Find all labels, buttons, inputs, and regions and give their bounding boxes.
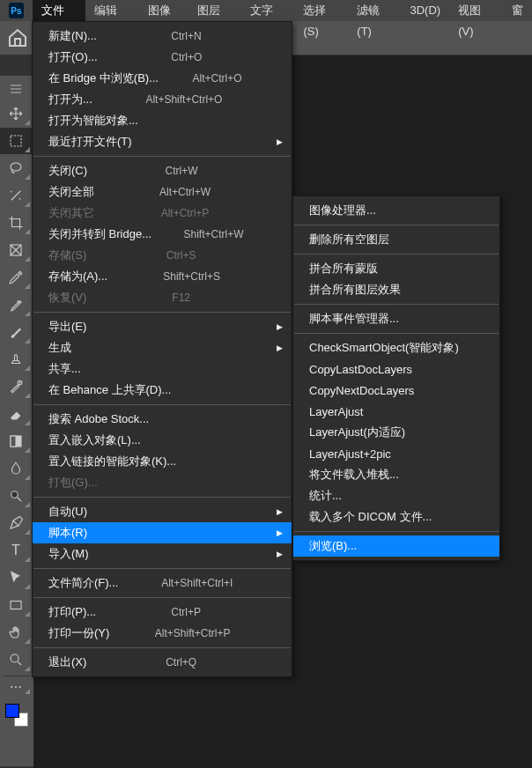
- menu-filter[interactable]: 滤镜(T): [348, 0, 401, 21]
- menu-layer[interactable]: 图层(L): [188, 0, 240, 21]
- file-menu-item[interactable]: 搜索 Adobe Stock...: [33, 409, 292, 430]
- scripts-menu-item[interactable]: 载入多个 DICOM 文件...: [293, 506, 499, 528]
- file-menu-item[interactable]: 打开为智能对象...: [33, 110, 292, 131]
- file-menu-item[interactable]: 打开(O)...Ctrl+O: [33, 47, 292, 68]
- file-menu-item[interactable]: 新建(N)...Ctrl+N: [33, 26, 292, 47]
- edit-toolbar[interactable]: ⋯: [0, 678, 32, 696]
- file-menu-separator: [33, 647, 291, 648]
- file-menu-item[interactable]: 文件简介(F)...Alt+Shift+Ctrl+I: [33, 572, 292, 594]
- file-menu-item[interactable]: 最近打开文件(T): [33, 131, 292, 152]
- menu-select[interactable]: 选择(S): [294, 0, 348, 21]
- file-menu-item[interactable]: 导出(E): [33, 316, 292, 337]
- file-menu-item[interactable]: 打印一份(Y)Alt+Shift+Ctrl+P: [33, 623, 292, 644]
- menuitem-label: 导入(M): [48, 546, 89, 562]
- menubar: Ps 文件(F) 编辑(E) 图像(I) 图层(L) 文字(Y) 选择(S) 滤…: [0, 0, 532, 21]
- rectangle-tool[interactable]: [0, 592, 32, 618]
- menuitem-shortcut: Alt+Shift+Ctrl+I: [161, 577, 233, 589]
- home-icon[interactable]: [7, 27, 28, 48]
- scripts-menu-item[interactable]: 统计...: [293, 485, 499, 506]
- scripts-menu-item[interactable]: 浏览(B)...: [293, 535, 499, 557]
- color-swatches[interactable]: [5, 704, 28, 727]
- menuitem-label: 退出(X): [48, 654, 86, 670]
- file-menu-item[interactable]: 关闭并转到 Bridge...Shift+Ctrl+W: [33, 224, 292, 245]
- file-menu-item[interactable]: 在 Behance 上共享(D)...: [33, 380, 292, 401]
- menuitem-shortcut: Ctrl+Q: [166, 656, 196, 668]
- menuitem-label: 存储为(A)...: [48, 269, 107, 284]
- svg-rect-7: [11, 602, 21, 609]
- scripts-menu-item[interactable]: 拼合所有图层效果: [293, 279, 499, 300]
- file-menu-item: 关闭其它Alt+Ctrl+P: [33, 203, 292, 224]
- menuitem-label: 打开(O)...: [48, 49, 98, 65]
- menu-image[interactable]: 图像(I): [139, 0, 188, 21]
- lasso-tool[interactable]: [0, 155, 32, 181]
- menuitem-label: LayerAjust+2pic: [309, 447, 391, 461]
- scripts-menu-item[interactable]: 图像处理器...: [293, 200, 499, 221]
- file-menu-item[interactable]: 打开为...Alt+Shift+Ctrl+O: [33, 89, 292, 110]
- file-menu-item[interactable]: 退出(X)Ctrl+Q: [33, 652, 292, 673]
- file-menu-item[interactable]: 导入(M): [33, 543, 292, 565]
- marquee-tool[interactable]: [0, 128, 32, 154]
- menuitem-label: 打印一份(Y): [48, 625, 109, 641]
- scripts-menu-item[interactable]: LayerAjust+2pic: [293, 443, 499, 464]
- scripts-menu-item[interactable]: CheckSmartObject(智能对象): [293, 337, 499, 358]
- gradient-tool[interactable]: [0, 428, 32, 454]
- menu-view[interactable]: 视图(V): [449, 0, 503, 21]
- dodge-tool[interactable]: [0, 483, 32, 509]
- scripts-menu-item[interactable]: LayerAjust(内适应): [293, 422, 499, 443]
- file-menu-item[interactable]: 关闭(C)Ctrl+W: [33, 160, 292, 181]
- scripts-menu-item[interactable]: 拼合所有蒙版: [293, 258, 499, 279]
- pen-tool[interactable]: [0, 510, 32, 536]
- frame-tool[interactable]: [0, 237, 32, 263]
- scripts-menu-item[interactable]: 脚本事件管理器...: [293, 308, 499, 329]
- healing-brush-tool[interactable]: [0, 292, 32, 318]
- zoom-tool[interactable]: [0, 646, 32, 673]
- hand-tool[interactable]: [0, 619, 32, 646]
- menuitem-label: 打印(P)...: [48, 604, 96, 620]
- menuitem-label: 搜索 Adobe Stock...: [48, 411, 149, 427]
- foreground-color-swatch[interactable]: [5, 704, 19, 718]
- scripts-menu-separator: [294, 333, 499, 334]
- file-menu-item[interactable]: 存储为(A)...Shift+Ctrl+S: [33, 266, 292, 287]
- eraser-tool[interactable]: [0, 401, 32, 427]
- magic-wand-tool[interactable]: [0, 182, 32, 209]
- file-menu-item[interactable]: 生成: [33, 337, 292, 358]
- scripts-menu-item[interactable]: CopyLastDocLayers: [293, 358, 499, 380]
- path-selection-tool[interactable]: [0, 565, 32, 591]
- scripts-menu-item[interactable]: 删除所有空图层: [293, 229, 499, 250]
- panel-tab-icon[interactable]: [4, 81, 27, 97]
- eyedropper-tool[interactable]: [0, 264, 32, 291]
- move-tool[interactable]: [0, 100, 32, 127]
- scripts-menu-item[interactable]: CopyNextDocLayers: [293, 380, 499, 401]
- menuitem-label: 新建(N)...: [48, 28, 97, 44]
- scripts-menu-item[interactable]: LayerAjust: [293, 401, 499, 422]
- file-menu-item[interactable]: 自动(U): [33, 501, 292, 522]
- file-menu-item[interactable]: 共享...: [33, 358, 292, 380]
- file-menu-item[interactable]: 置入链接的智能对象(K)...: [33, 451, 292, 472]
- file-menu-item[interactable]: 置入嵌入对象(L)...: [33, 430, 292, 451]
- menuitem-shortcut: Shift+Ctrl+W: [184, 228, 244, 240]
- file-menu-item[interactable]: 关闭全部Alt+Ctrl+W: [33, 181, 292, 203]
- brush-tool[interactable]: [0, 319, 32, 345]
- menu-edit[interactable]: 编辑(E): [85, 0, 139, 21]
- clone-stamp-tool[interactable]: [0, 346, 32, 373]
- blur-tool[interactable]: [0, 455, 32, 482]
- crop-tool[interactable]: [0, 210, 32, 236]
- file-menu-separator: [33, 568, 291, 569]
- menuitem-label: 关闭并转到 Bridge...: [48, 226, 151, 242]
- menu-text[interactable]: 文字(Y): [241, 0, 295, 21]
- menuitem-label: 脚本事件管理器...: [309, 311, 399, 327]
- menu-file[interactable]: 文件(F): [33, 0, 85, 21]
- history-brush-tool[interactable]: [0, 373, 32, 400]
- menuitem-label: 文件简介(F)...: [48, 575, 118, 591]
- file-menu-item[interactable]: 在 Bridge 中浏览(B)...Alt+Ctrl+O: [33, 68, 292, 89]
- scripts-menu-item[interactable]: 将文件载入堆栈...: [293, 464, 499, 485]
- menuitem-label: 拼合所有蒙版: [309, 261, 378, 277]
- menuitem-label: CopyLastDocLayers: [309, 363, 412, 376]
- menu-3d[interactable]: 3D(D): [401, 0, 449, 21]
- file-menu-item[interactable]: 打印(P)...Ctrl+P: [33, 602, 292, 623]
- menuitem-label: 在 Bridge 中浏览(B)...: [48, 70, 159, 86]
- file-menu-item[interactable]: 脚本(R): [33, 522, 292, 543]
- menu-window[interactable]: 窗: [503, 0, 532, 21]
- menuitem-label: 打开为...: [48, 92, 92, 107]
- type-tool[interactable]: T: [0, 537, 32, 564]
